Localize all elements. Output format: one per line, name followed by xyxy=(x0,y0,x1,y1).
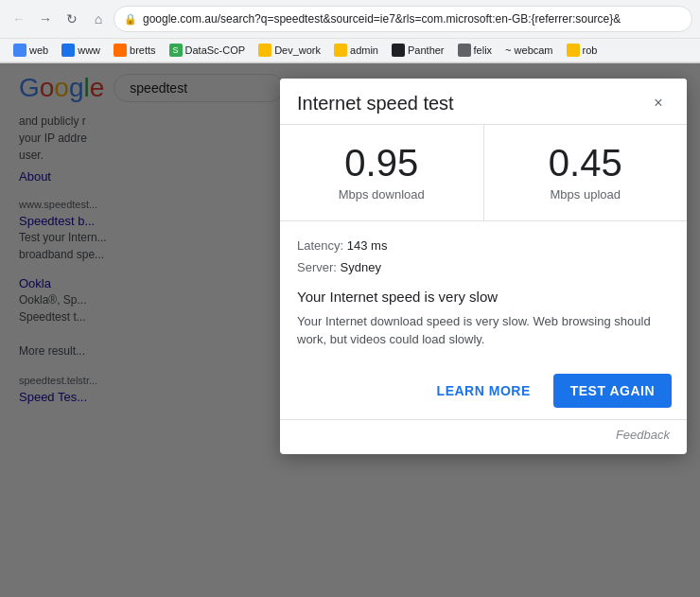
bookmark-datasc-label: DataSc-COP xyxy=(185,44,246,56)
rob-favicon xyxy=(567,44,580,57)
latency-label: Latency: xyxy=(297,238,343,253)
bookmark-www[interactable]: www xyxy=(56,42,106,59)
bookmark-panther[interactable]: Panther xyxy=(386,42,450,59)
bookmark-webcam-label: ~ webcam xyxy=(505,44,552,56)
feedback-row: Feedback xyxy=(280,419,687,454)
bookmark-panther-label: Panther xyxy=(408,44,445,56)
lock-icon: 🔒 xyxy=(124,13,137,26)
status-description: Your Internet download speed is very slo… xyxy=(297,312,656,349)
bookmark-felix-label: felix xyxy=(474,44,493,56)
nav-bar: ← → ↻ ⌂ 🔒 google.com.au/search?q=speedte… xyxy=(0,0,700,38)
speed-test-card: Internet speed test × 0.95 Mbps download… xyxy=(280,79,687,454)
bookmark-admin[interactable]: admin xyxy=(328,42,384,59)
bookmark-admin-label: admin xyxy=(350,44,378,56)
speed-metrics: 0.95 Mbps download 0.45 Mbps upload xyxy=(280,125,687,221)
latency-server-info: Latency: 143 ms Server: Sydney xyxy=(297,235,670,279)
upload-value: 0.45 xyxy=(499,144,673,182)
bookmark-felix[interactable]: felix xyxy=(452,42,499,59)
address-text: google.com.au/search?q=speedtest&sourcei… xyxy=(143,12,621,26)
panther-favicon xyxy=(392,44,405,57)
server-label: Server: xyxy=(297,260,337,274)
devwork-favicon xyxy=(258,44,271,57)
details-section: Latency: 143 ms Server: Sydney Your Inte… xyxy=(280,221,687,362)
home-button[interactable]: ⌂ xyxy=(87,8,110,30)
bookmark-rob[interactable]: rob xyxy=(561,42,604,59)
card-title: Internet speed test xyxy=(297,93,454,114)
address-bar[interactable]: 🔒 google.com.au/search?q=speedtest&sourc… xyxy=(114,6,692,32)
close-button[interactable]: × xyxy=(647,92,670,114)
card-header: Internet speed test × xyxy=(280,79,687,125)
www-favicon xyxy=(61,44,75,57)
actions-row: LEARN MORE TEST AGAIN xyxy=(280,362,687,419)
latency-value: 143 ms xyxy=(347,238,388,253)
test-again-button[interactable]: TEST AGAIN xyxy=(553,374,672,408)
download-metric: 0.95 Mbps download xyxy=(280,125,483,220)
bookmark-devwork-label: Dev_work xyxy=(274,44,321,56)
bookmark-datasc[interactable]: S DataSc-COP xyxy=(164,42,252,59)
download-value: 0.95 xyxy=(295,144,468,182)
status-heading: Your Internet speed is very slow xyxy=(297,289,670,305)
bookmark-devwork[interactable]: Dev_work xyxy=(253,42,326,59)
bookmark-bretts[interactable]: bretts xyxy=(108,42,162,59)
bookmark-web-label: web xyxy=(29,44,48,56)
bookmark-webcam[interactable]: ~ webcam xyxy=(499,43,558,58)
web-favicon xyxy=(13,44,26,57)
felix-favicon xyxy=(458,44,471,57)
bookmark-bretts-label: bretts xyxy=(130,44,156,56)
bretts-favicon xyxy=(114,44,127,57)
upload-metric: 0.45 Mbps upload xyxy=(483,125,688,220)
bookmark-www-label: www xyxy=(78,44,100,56)
feedback-link[interactable]: Feedback xyxy=(616,428,670,442)
datasc-favicon: S xyxy=(169,44,183,57)
forward-button[interactable]: → xyxy=(34,8,57,30)
browser-chrome: ← → ↻ ⌂ 🔒 google.com.au/search?q=speedte… xyxy=(0,0,700,63)
back-button[interactable]: ← xyxy=(8,8,30,30)
learn-more-button[interactable]: LEARN MORE xyxy=(426,376,542,406)
bookmark-rob-label: rob xyxy=(583,44,598,56)
bookmark-web[interactable]: web xyxy=(8,42,54,59)
upload-label: Mbps upload xyxy=(499,187,673,202)
server-value: Sydney xyxy=(341,260,381,274)
download-label: Mbps download xyxy=(295,187,468,202)
admin-favicon xyxy=(334,44,347,57)
bookmarks-bar: web www bretts S DataSc-COP Dev_work adm… xyxy=(0,38,700,62)
main-content: Google speedtest and publicly ryour IP a… xyxy=(0,63,700,597)
refresh-button[interactable]: ↻ xyxy=(61,8,83,30)
